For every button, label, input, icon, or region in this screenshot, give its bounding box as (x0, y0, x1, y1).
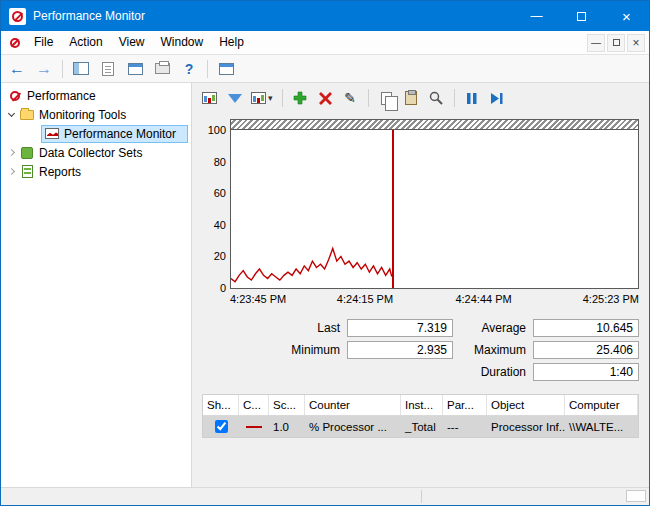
counter-show-checkbox[interactable] (215, 420, 228, 433)
counter-instance: _Total (401, 421, 443, 433)
main-toolbar: ← → ? (1, 55, 649, 83)
delete-x-icon (319, 92, 332, 105)
export-list-icon (102, 62, 114, 76)
tree-item-data-collector-sets[interactable]: Data Collector Sets (1, 143, 191, 162)
status-bar (1, 487, 649, 505)
counter-name: % Processor ... (305, 421, 401, 433)
folder-icon (19, 108, 35, 122)
forward-button[interactable]: → (32, 58, 56, 80)
tree-item-label: Performance (27, 89, 96, 103)
resize-grip[interactable] (626, 490, 646, 502)
y-tick: 0 (220, 282, 226, 294)
view-current-activity-button[interactable] (198, 87, 221, 110)
chevron-right-icon[interactable] (8, 149, 15, 156)
restore-icon (613, 39, 620, 46)
view-log-data-button[interactable] (223, 87, 246, 110)
last-label: Last (278, 321, 340, 335)
plot-area: 100 80 60 40 20 0 (230, 119, 639, 289)
forward-icon: → (36, 61, 52, 77)
counter-row[interactable]: 1.0 % Processor ... _Total --- Processor… (203, 416, 638, 437)
last-value: 7.319 (347, 319, 453, 337)
y-tick: 40 (214, 219, 226, 231)
window-title: Performance Monitor (33, 9, 145, 23)
tree-item-label: Data Collector Sets (39, 146, 142, 160)
log-data-icon (228, 94, 242, 103)
tree-item-monitoring-tools[interactable]: Monitoring Tools (1, 105, 191, 124)
zoom-button[interactable] (425, 87, 448, 110)
window-icon (128, 63, 143, 75)
duration-value: 1:40 (533, 363, 639, 381)
console-icon (7, 35, 22, 50)
performance-monitor-window: Performance Monitor — × File Action View… (0, 0, 650, 506)
toolbar-separator (62, 60, 63, 78)
graph-content: 100 80 60 40 20 0 4:2 (192, 113, 649, 487)
toolbar-separator (368, 89, 369, 107)
col-instance[interactable]: Inst... (401, 395, 443, 415)
selected-tree-item[interactable]: Performance Monitor (41, 125, 188, 143)
tree-item-reports[interactable]: Reports (1, 162, 191, 181)
copy-properties-button[interactable] (375, 87, 398, 110)
counter-statistics: Last 7.319 Average 10.645 Minimum 2.935 … (202, 319, 639, 381)
help-button[interactable]: ? (177, 58, 201, 80)
col-color[interactable]: C... (239, 395, 269, 415)
col-scale[interactable]: Sc... (269, 395, 305, 415)
tree-item-label: Monitoring Tools (39, 108, 126, 122)
freeze-display-button[interactable] (461, 87, 484, 110)
update-data-button[interactable] (486, 87, 509, 110)
back-button[interactable]: ← (5, 58, 29, 80)
graph-type-icon (251, 92, 266, 104)
back-icon: ← (9, 61, 25, 77)
average-label: Average (460, 321, 526, 335)
chevron-down-icon[interactable] (8, 110, 15, 117)
performance-root-icon (7, 89, 23, 103)
minimize-button[interactable]: — (514, 1, 559, 31)
y-tick: 60 (214, 187, 226, 199)
child-restore-button[interactable] (607, 34, 625, 52)
tree-item-performance[interactable]: Performance (1, 86, 191, 105)
add-counter-button[interactable] (289, 87, 312, 110)
status-bar-divider (421, 490, 422, 503)
counter-scale: 1.0 (269, 421, 305, 433)
copy-icon (381, 92, 392, 105)
x-axis-labels: 4:23:45 PM 4:24:15 PM 4:24:44 PM 4:25:23… (230, 292, 639, 309)
minimum-value: 2.935 (347, 341, 453, 359)
x-tick: 4:25:23 PM (583, 293, 639, 305)
tree-item-performance-monitor[interactable]: Performance Monitor (1, 124, 191, 143)
close-button[interactable]: × (604, 1, 649, 31)
reports-icon (19, 165, 35, 179)
export-list-button[interactable] (96, 58, 120, 80)
menu-help[interactable]: Help (211, 31, 252, 54)
tree-item-label: Reports (39, 165, 81, 179)
new-window-icon (219, 63, 234, 75)
menu-view[interactable]: View (111, 31, 153, 54)
col-parent[interactable]: Par... (443, 395, 487, 415)
col-counter[interactable]: Counter (305, 395, 401, 415)
print-button[interactable] (150, 58, 174, 80)
col-computer[interactable]: Computer (565, 395, 638, 415)
delete-counter-button[interactable] (314, 87, 337, 110)
child-close-button[interactable]: × (627, 34, 645, 52)
maximum-label: Maximum (460, 343, 526, 357)
maximize-button[interactable] (559, 1, 604, 31)
perfmon-toolbar: ▾ ✎ (192, 83, 649, 113)
properties-button[interactable] (123, 58, 147, 80)
col-object[interactable]: Object (487, 395, 565, 415)
child-minimize-button[interactable]: — (587, 34, 605, 52)
menu-file[interactable]: File (26, 31, 61, 54)
title-bar[interactable]: Performance Monitor — × (1, 1, 649, 31)
magnifier-icon (429, 91, 443, 105)
show-hide-console-tree-button[interactable] (69, 58, 93, 80)
y-tick: 20 (214, 250, 226, 262)
col-show[interactable]: Sh... (203, 395, 239, 415)
chevron-right-icon[interactable] (8, 168, 15, 175)
counter-list-header: Sh... C... Sc... Counter Inst... Par... … (203, 395, 638, 416)
current-activity-icon (202, 92, 217, 104)
menu-window[interactable]: Window (153, 31, 212, 54)
highlight-button[interactable]: ✎ (339, 87, 362, 110)
step-forward-icon (490, 92, 504, 105)
paste-counter-list-button[interactable] (400, 87, 423, 110)
change-graph-type-dropdown[interactable]: ▾ (248, 87, 276, 110)
menu-action[interactable]: Action (61, 31, 110, 54)
new-window-button[interactable] (214, 58, 238, 80)
counter-object: Processor Inf... (487, 421, 565, 433)
